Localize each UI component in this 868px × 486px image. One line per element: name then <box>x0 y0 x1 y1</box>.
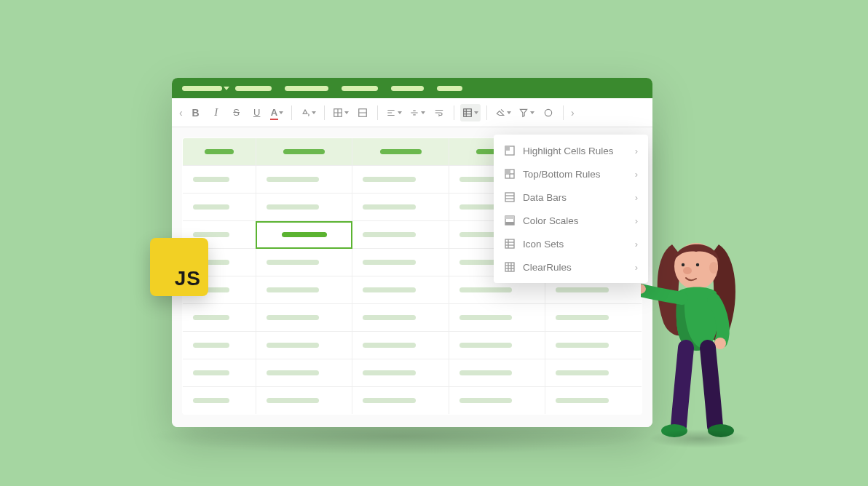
cell[interactable] <box>183 194 256 221</box>
cell[interactable] <box>183 304 256 332</box>
font-color-button[interactable]: A <box>269 104 285 122</box>
svg-rect-12 <box>464 108 472 116</box>
cell[interactable] <box>183 359 256 387</box>
svg-point-44 <box>709 262 718 274</box>
ribbon-tab[interactable] <box>342 86 378 91</box>
ribbon-tab[interactable] <box>437 86 462 91</box>
borders-button[interactable] <box>331 104 351 122</box>
menu-item-label: ClearRules <box>523 262 628 273</box>
cell[interactable] <box>449 359 545 387</box>
svg-rect-31 <box>505 239 514 248</box>
ribbon-tab[interactable] <box>182 86 222 91</box>
cell[interactable] <box>256 194 352 221</box>
cell[interactable] <box>545 387 642 415</box>
cell[interactable] <box>183 332 256 359</box>
cell[interactable] <box>545 359 642 387</box>
cell[interactable] <box>352 194 449 221</box>
chevron-right-icon: › <box>635 262 638 273</box>
character-illustration <box>641 226 765 444</box>
top-bottom-icon <box>504 168 516 180</box>
scroll-left-icon[interactable]: ‹ <box>178 107 184 119</box>
svg-point-18 <box>545 109 551 116</box>
menu-item-highlight-cells-rules[interactable]: Highlight Cells Rules › <box>494 139 648 162</box>
svg-rect-35 <box>505 263 514 271</box>
chevron-right-icon: › <box>635 146 638 156</box>
cell[interactable] <box>545 304 642 332</box>
cell[interactable] <box>256 276 352 304</box>
chevron-right-icon: › <box>635 169 638 180</box>
menu-item-data-bars[interactable]: Data Bars › <box>494 186 648 209</box>
cell[interactable] <box>449 304 545 332</box>
clear-button[interactable] <box>493 104 513 122</box>
column-header[interactable] <box>256 138 352 166</box>
cell[interactable] <box>545 332 642 359</box>
clear-rules-icon <box>504 261 516 273</box>
cell[interactable] <box>256 332 352 359</box>
svg-rect-24 <box>505 170 510 174</box>
icon-sets-icon <box>504 238 516 250</box>
formatting-toolbar: ‹ B I S U A <box>172 98 652 127</box>
javascript-badge: JS <box>150 238 208 296</box>
cell[interactable] <box>352 359 449 387</box>
chevron-right-icon: › <box>635 215 638 226</box>
menu-item-label: Icon Sets <box>523 239 628 250</box>
italic-button[interactable]: I <box>208 104 225 122</box>
conditional-formatting-menu: Highlight Cells Rules › Top/Bottom Rules… <box>494 135 648 283</box>
cell[interactable] <box>256 387 352 415</box>
horizontal-align-button[interactable] <box>384 104 404 122</box>
scroll-right-icon[interactable]: › <box>569 107 576 119</box>
cell[interactable] <box>256 249 352 276</box>
fill-color-button[interactable] <box>298 104 318 122</box>
vertical-align-button[interactable] <box>407 104 427 122</box>
cell[interactable] <box>256 166 352 194</box>
cell[interactable] <box>256 304 352 332</box>
cell[interactable] <box>352 332 449 359</box>
chevron-right-icon: › <box>635 192 638 203</box>
wrap-text-button[interactable] <box>430 104 448 122</box>
svg-rect-25 <box>505 193 514 202</box>
shape-button[interactable] <box>540 104 557 122</box>
cell[interactable] <box>449 387 545 415</box>
menu-item-top-bottom-rules[interactable]: Top/Bottom Rules › <box>494 162 648 186</box>
conditional-formatting-button[interactable] <box>460 104 481 122</box>
bold-button[interactable]: B <box>187 104 205 122</box>
cell[interactable] <box>352 387 449 415</box>
menu-item-label: Data Bars <box>523 192 628 203</box>
chevron-right-icon: › <box>635 239 638 250</box>
column-header[interactable] <box>183 138 256 166</box>
merge-cells-button[interactable] <box>354 104 371 122</box>
color-scales-icon <box>504 215 516 226</box>
column-header[interactable] <box>352 138 449 166</box>
menu-item-color-scales[interactable]: Color Scales › <box>494 209 648 232</box>
cell[interactable] <box>352 304 449 332</box>
menu-item-clear-rules[interactable]: ClearRules › <box>494 255 648 279</box>
cell[interactable] <box>352 166 449 194</box>
selected-cell[interactable] <box>256 221 352 249</box>
menu-item-label: Top/Bottom Rules <box>523 169 628 180</box>
ribbon-tab[interactable] <box>391 86 424 91</box>
menu-item-label: Highlight Cells Rules <box>523 146 628 156</box>
cell[interactable] <box>449 332 545 359</box>
svg-marker-17 <box>520 109 526 116</box>
svg-rect-30 <box>505 222 514 225</box>
cell[interactable] <box>352 249 449 276</box>
menu-item-icon-sets[interactable]: Icon Sets › <box>494 232 648 255</box>
svg-point-43 <box>696 263 699 266</box>
cell[interactable] <box>183 387 256 415</box>
data-bars-icon <box>504 191 516 203</box>
sort-filter-button[interactable] <box>516 104 537 122</box>
cell[interactable] <box>352 276 449 304</box>
svg-point-42 <box>682 263 684 266</box>
cell[interactable] <box>256 359 352 387</box>
svg-point-41 <box>683 267 692 274</box>
underline-button[interactable]: U <box>248 104 266 122</box>
svg-line-16 <box>501 109 504 112</box>
ribbon-tab[interactable] <box>285 86 328 91</box>
svg-point-46 <box>714 338 726 349</box>
cell[interactable] <box>352 221 449 249</box>
strikethrough-button[interactable]: S <box>228 104 245 122</box>
cell[interactable] <box>183 166 256 194</box>
svg-rect-20 <box>505 146 510 151</box>
svg-rect-29 <box>505 216 514 219</box>
ribbon-tab[interactable] <box>235 86 272 91</box>
